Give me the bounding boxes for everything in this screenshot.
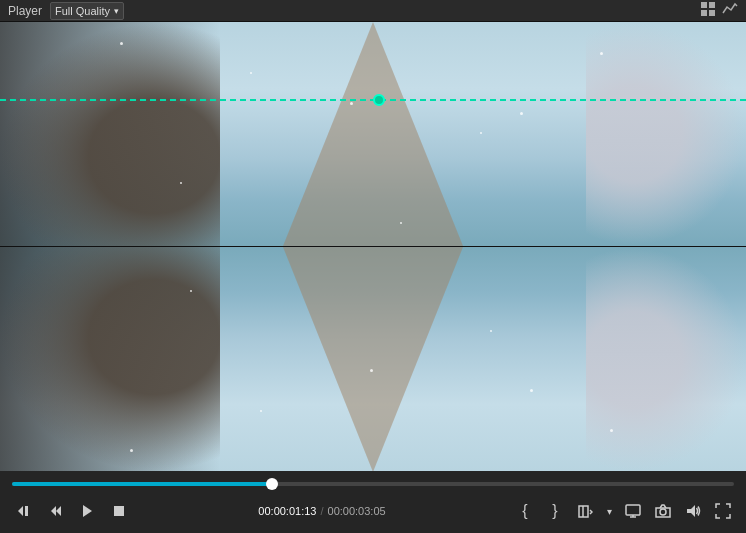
controls-bottom-row: 00:00:01:13 / 00:00:03:05 { } ▾ bbox=[0, 493, 746, 529]
snow-particle bbox=[600, 52, 603, 55]
svg-marker-4 bbox=[18, 506, 23, 516]
volume-icon[interactable] bbox=[682, 500, 704, 522]
quality-label: Full Quality bbox=[55, 5, 110, 17]
fullscreen-icon[interactable] bbox=[712, 500, 734, 522]
snow-particle bbox=[190, 290, 192, 292]
topbar-right bbox=[700, 1, 738, 20]
svg-rect-1 bbox=[709, 2, 715, 8]
svg-marker-8 bbox=[83, 505, 92, 517]
snow-particle bbox=[370, 369, 373, 372]
step-back-button[interactable] bbox=[44, 500, 66, 522]
time-separator: / bbox=[320, 505, 323, 517]
snow-particle bbox=[530, 389, 533, 392]
snow-particle bbox=[260, 410, 262, 412]
time-current: 00:00:01:13 bbox=[258, 505, 316, 517]
progress-track[interactable] bbox=[12, 482, 734, 486]
controls-right: { } ▾ bbox=[514, 500, 734, 522]
prev-frame-button[interactable] bbox=[12, 500, 34, 522]
progress-thumb[interactable] bbox=[266, 478, 278, 490]
snow-particle bbox=[130, 449, 133, 452]
quality-dropdown[interactable]: Full Quality ▾ bbox=[50, 2, 124, 20]
video-bottom-half bbox=[0, 247, 746, 471]
video-area bbox=[0, 22, 746, 471]
mark-icon[interactable] bbox=[574, 500, 596, 522]
monitor-icon[interactable] bbox=[622, 500, 644, 522]
stats-icon[interactable] bbox=[722, 1, 738, 20]
snow-particle bbox=[610, 429, 613, 432]
person-left-top bbox=[0, 22, 220, 246]
svg-rect-9 bbox=[114, 506, 124, 516]
progress-bar-container bbox=[0, 475, 746, 493]
stop-button[interactable] bbox=[108, 500, 130, 522]
time-total: 00:00:03:05 bbox=[328, 505, 386, 517]
svg-marker-7 bbox=[56, 506, 61, 516]
dropdown-arrow-icon: ▾ bbox=[114, 6, 119, 16]
svg-rect-0 bbox=[701, 2, 707, 8]
snow-particle bbox=[520, 112, 523, 115]
grid-icon[interactable] bbox=[700, 1, 716, 20]
svg-point-15 bbox=[660, 509, 666, 515]
camera-icon[interactable] bbox=[652, 500, 674, 522]
topbar-left: Player Full Quality ▾ bbox=[8, 2, 124, 20]
snow-particle bbox=[350, 102, 353, 105]
svg-rect-5 bbox=[25, 506, 28, 516]
progress-fill bbox=[12, 482, 272, 486]
bracket-close-button[interactable]: } bbox=[544, 500, 566, 522]
mark-dropdown-arrow[interactable]: ▾ bbox=[604, 500, 614, 522]
person-right-top bbox=[586, 22, 746, 246]
person-right-bottom bbox=[586, 247, 746, 471]
line-handle[interactable] bbox=[373, 94, 385, 106]
snow-particle bbox=[120, 42, 123, 45]
snow-particle bbox=[490, 330, 492, 332]
controls-bar: 00:00:01:13 / 00:00:03:05 { } ▾ bbox=[0, 471, 746, 533]
bridge-top bbox=[283, 22, 463, 246]
controls-left bbox=[12, 500, 130, 522]
snow-particle bbox=[180, 182, 182, 184]
svg-marker-6 bbox=[51, 506, 56, 516]
snow-particle bbox=[250, 72, 252, 74]
svg-marker-16 bbox=[687, 505, 695, 517]
svg-rect-12 bbox=[626, 505, 640, 515]
controls-center: 00:00:01:13 / 00:00:03:05 bbox=[258, 505, 385, 517]
time-display: 00:00:01:13 / 00:00:03:05 bbox=[258, 505, 385, 517]
player-label: Player bbox=[8, 4, 42, 18]
svg-rect-3 bbox=[709, 10, 715, 16]
video-canvas bbox=[0, 22, 746, 471]
snow-particle bbox=[480, 132, 482, 134]
play-button[interactable] bbox=[76, 500, 98, 522]
bridge-bottom bbox=[283, 247, 463, 471]
topbar: Player Full Quality ▾ bbox=[0, 0, 746, 22]
video-top-half bbox=[0, 22, 746, 246]
person-left-bottom bbox=[0, 247, 220, 471]
bracket-open-button[interactable]: { bbox=[514, 500, 536, 522]
snow-particle bbox=[400, 222, 402, 224]
svg-rect-2 bbox=[701, 10, 707, 16]
